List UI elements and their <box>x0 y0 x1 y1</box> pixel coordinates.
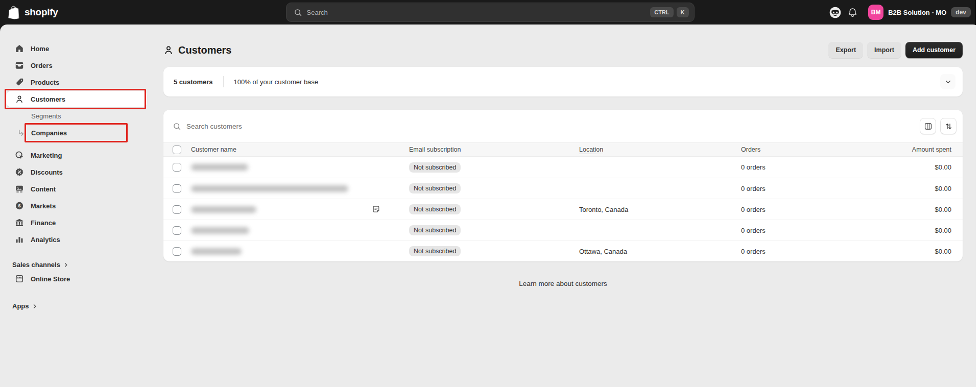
topbar: shopify Search CTRL K BM B2B Solution - … <box>0 0 980 25</box>
sidebar-item-marketing[interactable]: Marketing <box>6 147 147 163</box>
location-cell: Toronto, Canada <box>579 206 741 213</box>
row-checkbox[interactable] <box>173 247 181 256</box>
sidebar-item-orders[interactable]: Orders <box>6 57 147 74</box>
workspace: Home Orders Products Customers Segments … <box>0 25 980 387</box>
sidebar-item-products[interactable]: Products <box>6 74 147 90</box>
marketing-icon <box>14 150 25 160</box>
scrollbar-track[interactable] <box>976 0 980 387</box>
global-search[interactable]: Search CTRL K <box>286 3 695 22</box>
table-row[interactable]: Not subscribed Toronto, Canada 0 orders … <box>163 199 963 220</box>
page-title: Customers <box>163 44 231 56</box>
sidebar-item-content[interactable]: Content <box>6 181 147 197</box>
amount-spent-cell: $0.00 <box>818 227 951 234</box>
table-header-row: Customer name Email subscription Locatio… <box>163 142 963 157</box>
sort-button[interactable] <box>940 118 957 134</box>
tag-icon <box>14 77 25 87</box>
column-header-orders[interactable]: Orders <box>741 146 818 153</box>
learn-more-link[interactable]: Learn more about customers <box>519 280 607 287</box>
sidebar-item-segments[interactable]: Segments <box>6 108 147 124</box>
search-shortcut: CTRL K <box>650 7 688 17</box>
customer-name-redacted <box>191 206 256 213</box>
row-checkbox[interactable] <box>173 184 181 193</box>
email-subscription-badge: Not subscribed <box>409 246 461 256</box>
customer-name-redacted <box>191 185 348 192</box>
table-body: Not subscribed 0 orders $0.00 Not subscr… <box>163 157 963 261</box>
learn-more-text: Learn more about customers <box>163 280 963 287</box>
svg-text:$: $ <box>18 203 21 208</box>
sidebar-item-discounts[interactable]: Discounts <box>6 164 147 180</box>
column-header-amount-spent[interactable]: Amount spent <box>818 146 951 153</box>
topbar-right: BM B2B Solution - MO dev <box>826 3 975 22</box>
sidebar-item-customers[interactable]: Customers <box>6 91 147 107</box>
shopify-logo[interactable]: shopify <box>8 6 58 19</box>
bank-icon <box>14 217 25 228</box>
customer-summary-card: 5 customers 100% of your customer base <box>163 67 963 96</box>
amount-spent-cell: $0.00 <box>818 248 951 255</box>
k-key-badge: K <box>677 7 689 17</box>
sidebar-item-label: Finance <box>31 219 56 227</box>
store-avatar: BM <box>868 5 883 20</box>
export-button[interactable]: Export <box>828 42 863 58</box>
email-subscription-badge: Not subscribed <box>409 225 461 235</box>
customer-name-redacted <box>191 227 249 234</box>
amount-spent-cell: $0.00 <box>818 185 951 192</box>
store-name: B2B Solution - MO <box>888 9 946 16</box>
sidebar-item-companies[interactable]: Companies <box>6 125 147 141</box>
sales-channels-label: Sales channels <box>12 261 60 269</box>
sidebar-item-finance[interactable]: Finance <box>6 214 147 231</box>
env-badge: dev <box>951 7 971 17</box>
sidebar-item-label: Marketing <box>31 152 62 159</box>
person-icon <box>14 94 25 104</box>
chevron-right-icon <box>32 303 38 309</box>
shopify-wordmark: shopify <box>25 7 58 18</box>
notifications-bell-icon[interactable] <box>844 4 861 21</box>
table-row[interactable]: Not subscribed Ottawa, Canada 0 orders $… <box>163 240 963 261</box>
store-menu[interactable]: BM B2B Solution - MO dev <box>866 3 975 22</box>
sidebar-item-analytics[interactable]: Analytics <box>6 231 147 248</box>
orders-icon <box>14 60 25 70</box>
table-row[interactable]: Not subscribed 0 orders $0.00 <box>163 220 963 240</box>
summary-chevron-button[interactable] <box>940 74 955 89</box>
column-header-email-subscription[interactable]: Email subscription <box>409 146 579 153</box>
import-button[interactable]: Import <box>867 42 901 58</box>
sidebar-item-label: Home <box>31 45 49 53</box>
sidekick-icon[interactable] <box>826 4 844 21</box>
sidebar-item-label: Products <box>31 79 59 86</box>
table-row[interactable]: Not subscribed 0 orders $0.00 <box>163 178 963 199</box>
header-actions: Export Import Add customer <box>828 42 963 58</box>
sidebar-item-label: Companies <box>31 129 67 137</box>
ctrl-key-badge: CTRL <box>650 7 673 17</box>
discount-badge-icon <box>14 167 25 177</box>
row-checkbox[interactable] <box>173 163 181 172</box>
column-header-location[interactable]: Location <box>579 146 603 154</box>
orders-cell: 0 orders <box>741 185 818 192</box>
branch-arrow-icon <box>17 129 25 137</box>
row-checkbox[interactable] <box>173 226 181 235</box>
sidebar-item-home[interactable]: Home <box>6 40 147 57</box>
sidebar: Home Orders Products Customers Segments … <box>0 25 153 387</box>
content-icon <box>14 184 25 194</box>
sales-channels-header[interactable]: Sales channels <box>12 261 141 269</box>
globe-dollar-icon: $ <box>14 201 25 211</box>
select-all-checkbox[interactable] <box>173 146 181 154</box>
customer-name-redacted <box>191 164 248 171</box>
column-header-customer-name[interactable]: Customer name <box>191 146 409 153</box>
amount-spent-cell: $0.00 <box>818 163 951 171</box>
apps-header[interactable]: Apps <box>12 302 141 310</box>
sidebar-item-label: Online Store <box>31 275 70 283</box>
bar-chart-icon <box>14 234 25 245</box>
sidebar-item-online-store[interactable]: Online Store <box>6 271 147 287</box>
sidebar-item-markets[interactable]: $ Markets <box>6 198 147 214</box>
row-checkbox[interactable] <box>173 205 181 214</box>
add-customer-button[interactable]: Add customer <box>905 42 963 58</box>
home-icon <box>14 43 25 54</box>
search-customers-input[interactable] <box>186 123 916 130</box>
orders-cell: 0 orders <box>741 163 818 171</box>
chevron-right-icon <box>63 262 69 268</box>
customers-table-card: Customer name Email subscription Locatio… <box>163 110 963 261</box>
note-icon <box>372 205 380 214</box>
table-row[interactable]: Not subscribed 0 orders $0.00 <box>163 157 963 178</box>
orders-cell: 0 orders <box>741 206 818 213</box>
columns-toggle-button[interactable] <box>920 118 936 134</box>
storefront-icon <box>14 274 25 284</box>
